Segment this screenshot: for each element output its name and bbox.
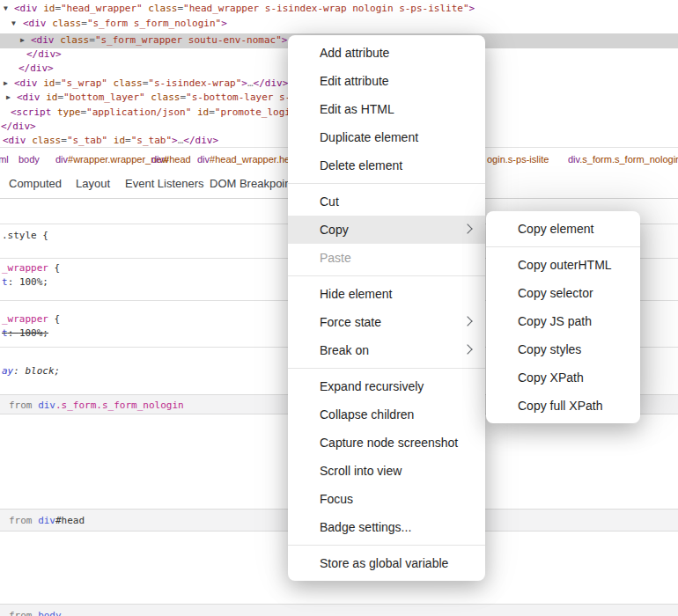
menu-item-add-attribute[interactable]: Add attribute: [288, 39, 485, 67]
token-eq: =: [209, 106, 215, 118]
rule-1-selector[interactable]: _wrapper {: [2, 261, 60, 275]
token-av: "s_form_wrapper soutu-env-nomac": [95, 34, 282, 46]
tree-node-div-head-wrapper[interactable]: ▼<div id="head_wrapper" class="head_wrap…: [0, 2, 678, 16]
token-an: id: [43, 77, 55, 89]
node-markup: <div id="s_wrap" class="s-isindex-wrap">…: [14, 77, 288, 91]
submenu-item-copy-element[interactable]: Copy element: [486, 215, 640, 243]
collapsed-arrow-icon[interactable]: ▶: [20, 33, 25, 48]
token-p: [191, 106, 197, 118]
node-markup: </div>: [26, 48, 62, 62]
node-markup: <div class="s_form_wrapper soutu-env-nom…: [31, 33, 287, 48]
menu-item-break-on[interactable]: Break on: [288, 336, 485, 364]
submenu-chevron-icon: [462, 224, 472, 233]
tab-layout[interactable]: Layout: [76, 170, 110, 198]
node-link[interactable]: .s_form.s_form_nologin: [55, 400, 184, 411]
inherited-from-label: from: [9, 610, 38, 616]
token-plain: .style {: [2, 230, 48, 241]
rule-2-selector[interactable]: _wrapper {: [2, 312, 60, 326]
token-eq: =: [89, 34, 95, 46]
token-el: …: [247, 77, 254, 89]
token-eq: =: [81, 18, 87, 29]
menu-item-scroll-into-view[interactable]: Scroll into view: [288, 457, 485, 485]
collapsed-arrow-icon[interactable]: ▶: [6, 91, 11, 105]
submenu-item-copy-styles[interactable]: Copy styles: [486, 335, 640, 363]
node-link[interactable]: div: [38, 400, 55, 411]
token-t: div: [55, 154, 68, 165]
menu-item-focus[interactable]: Focus: [288, 485, 485, 513]
token-av: "application/json": [86, 106, 191, 118]
token-av: "head_wrapper": [61, 3, 143, 14]
node-link[interactable]: div: [38, 515, 55, 526]
collapsed-arrow-icon[interactable]: ▶: [4, 77, 8, 91]
token-av: "s-isindex-wrap": [148, 77, 241, 89]
inherited-from-label: from: [9, 400, 38, 411]
menu-item-badge-settings[interactable]: Badge settings...: [288, 513, 485, 541]
breadcrumb-item-div-head-wrapper-continuation[interactable]: ogin.s-ps-islite: [487, 148, 549, 171]
token-p: >: [282, 34, 288, 46]
token-an: type: [57, 106, 81, 118]
menu-item-copy[interactable]: Copy: [288, 216, 485, 244]
token-an: id: [114, 135, 125, 146]
token-an: id: [46, 92, 57, 103]
menu-item-duplicate-element[interactable]: Duplicate element: [288, 123, 485, 151]
expanded-arrow-icon[interactable]: ▼: [11, 17, 16, 31]
menu-item-delete-element[interactable]: Delete element: [288, 151, 485, 180]
breadcrumb-item-div-head[interactable]: div#head: [151, 148, 191, 171]
menu-item-store-as-global-variable[interactable]: Store as global variable: [288, 549, 485, 577]
submenu-item-copy-xpath[interactable]: Copy XPath: [486, 363, 640, 392]
tab-dom-breakpoints[interactable]: DOM Breakpoints: [210, 170, 300, 198]
rule-1-height[interactable]: t: 100%;: [2, 275, 48, 289]
tab-event-listeners[interactable]: Event Listeners: [125, 170, 204, 198]
submenu-chevron-icon: [462, 316, 472, 326]
token-p: <div: [14, 3, 43, 14]
token-p: <div: [17, 92, 46, 103]
tab-computed[interactable]: Computed: [9, 170, 62, 198]
submenu-item-copy-full-xpath[interactable]: Copy full XPath: [486, 392, 640, 420]
node-markup: </div>: [1, 120, 36, 134]
element-style-selector[interactable]: .style {: [2, 229, 48, 242]
token-p: >: [221, 18, 227, 29]
breadcrumb-item-html[interactable]: html: [0, 148, 9, 171]
menu-item-capture-node-screenshot[interactable]: Capture node screenshot: [288, 429, 485, 457]
inherited-from-body: from body: [0, 604, 678, 616]
token-s: .s_form.s_form_nologin: [579, 154, 678, 165]
menu-item-edit-attribute[interactable]: Edit attribute: [288, 67, 485, 95]
token-p: <script: [11, 106, 57, 118]
token-prop: t: [2, 276, 8, 288]
copy-submenu: Copy elementCopy outerHTMLCopy selectorC…: [486, 211, 640, 423]
rule-2-height-overridden[interactable]: t: 100%;: [2, 326, 48, 340]
token-p: >: [241, 77, 247, 89]
submenu-item-copy-outerhtml[interactable]: Copy outerHTML: [486, 251, 640, 279]
menu-item-cut[interactable]: Cut: [288, 187, 485, 216]
menu-item-edit-as-html[interactable]: Edit as HTML: [288, 95, 485, 123]
token-t: div: [197, 154, 210, 165]
inherited-display-block[interactable]: ay: block;: [2, 364, 60, 378]
inherited-from-label: from: [9, 515, 38, 526]
submenu-item-copy-selector[interactable]: Copy selector: [486, 279, 640, 307]
menu-item-force-state[interactable]: Force state: [288, 308, 485, 336]
token-av: "s_tab": [131, 135, 172, 146]
token-eq: =: [61, 135, 67, 146]
node-link[interactable]: #head: [55, 515, 85, 526]
token-p: </div>: [1, 121, 36, 132]
token-av: "s_tab": [67, 135, 107, 146]
token-p: >: [172, 135, 178, 146]
menu-separator: [486, 246, 640, 247]
tree-node-div-s-form[interactable]: ▼<div class="s_form s_form_nologin">: [0, 17, 678, 31]
token-av: "bottom_layer": [63, 92, 145, 103]
token-p: </div>: [26, 48, 62, 60]
breadcrumb-item-body[interactable]: body: [18, 148, 40, 171]
breadcrumb-item-div-s-form[interactable]: div.s_form.s_form_nologin: [568, 148, 678, 171]
menu-item-paste: Paste: [288, 244, 485, 272]
breadcrumb-item-div-head-wrapper[interactable]: div#head_wrapper.head_wrapper.s-isindex-…: [197, 148, 288, 171]
expanded-arrow-icon[interactable]: ▼: [4, 2, 8, 16]
node-link[interactable]: body: [38, 610, 62, 616]
token-t: div: [151, 154, 164, 165]
token-p: <div: [3, 135, 32, 146]
submenu-item-copy-js-path[interactable]: Copy JS path: [486, 307, 640, 335]
menu-item-expand-recursively[interactable]: Expand recursively: [288, 372, 485, 400]
menu-item-hide-element[interactable]: Hide element: [288, 280, 485, 308]
submenu-chevron-icon: [462, 344, 472, 354]
token-eq: =: [57, 92, 63, 103]
menu-item-collapse-children[interactable]: Collapse children: [288, 400, 485, 429]
